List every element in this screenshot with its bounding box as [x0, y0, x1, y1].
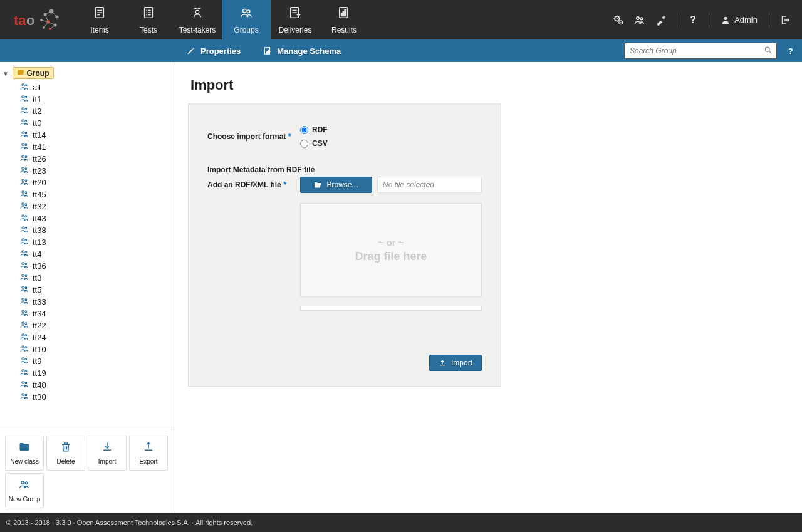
tree-item[interactable]: tt19	[20, 367, 172, 379]
group-icon	[19, 479, 30, 493]
tree-item[interactable]: tt38	[20, 224, 172, 236]
admin-user[interactable]: Admin	[716, 15, 763, 25]
tree-item[interactable]: tt10	[20, 343, 172, 355]
logout-icon[interactable]	[776, 11, 794, 29]
csv-radio-input[interactable]	[300, 140, 308, 148]
rdf-label: RDF	[312, 125, 328, 134]
collapse-icon[interactable]: ▼	[3, 70, 10, 77]
svg-point-45	[724, 16, 727, 19]
tests-icon	[142, 6, 155, 23]
tree-item[interactable]: tt45	[20, 189, 172, 201]
group-icon	[20, 296, 30, 307]
tree-item[interactable]: tt41	[20, 141, 172, 153]
tree-item[interactable]: tt36	[20, 260, 172, 272]
logo[interactable]: ta o	[0, 0, 75, 39]
context-help-icon[interactable]: ?	[788, 46, 793, 56]
tree-item[interactable]: tt4	[20, 248, 172, 260]
svg-point-60	[25, 144, 27, 146]
nav-test-takers[interactable]: Test-takers	[173, 0, 222, 39]
group-icon	[20, 368, 30, 378]
tree-item[interactable]: tt40	[20, 379, 172, 391]
tree-item[interactable]: tt14	[20, 129, 172, 141]
rdf-radio-input[interactable]	[300, 126, 308, 134]
main-nav: Items Tests Test-takers Groups Deliverie…	[75, 0, 368, 39]
tree-item-label: tt43	[33, 214, 46, 223]
search-icon[interactable]	[760, 46, 776, 56]
svg-point-90	[25, 323, 27, 325]
tree-item[interactable]: tt5	[20, 284, 172, 296]
svg-point-59	[22, 143, 24, 146]
svg-point-58	[25, 132, 27, 134]
group-icon	[20, 284, 30, 295]
nav-deliveries[interactable]: Deliveries	[271, 0, 320, 39]
tree-root-row[interactable]: ▼ Group	[3, 67, 172, 79]
svg-point-97	[22, 370, 24, 372]
export-icon	[143, 441, 154, 456]
tree-item[interactable]: tt2	[20, 105, 172, 117]
tree-item-label: tt34	[33, 309, 46, 318]
submit-import-button[interactable]: Import	[429, 355, 482, 371]
svg-point-100	[25, 382, 27, 384]
import-button[interactable]: Import	[88, 436, 127, 471]
nav-results-label: Results	[331, 26, 357, 34]
tree-item[interactable]: tt34	[20, 308, 172, 320]
manage-schema-button[interactable]: Manage Schema	[252, 39, 352, 62]
browse-button[interactable]: Browse...	[300, 177, 372, 193]
tree-item[interactable]: tt0	[20, 117, 172, 129]
nav-tests[interactable]: Tests	[124, 0, 173, 39]
svg-point-30	[247, 9, 250, 13]
footer-company-link[interactable]: Open Assessment Technologies S.A.	[77, 519, 190, 526]
tree-item[interactable]: all	[20, 81, 172, 93]
users-icon[interactable]	[630, 11, 649, 29]
nav-groups[interactable]: Groups	[222, 0, 271, 39]
nav-items[interactable]: Items	[75, 0, 124, 39]
tree-scroll[interactable]: ▼ Group alltt1tt2tt0tt14tt41tt26tt23tt20…	[0, 62, 175, 430]
svg-point-81	[22, 274, 24, 277]
drop-zone[interactable]: ~ or ~ Drag file here	[300, 203, 482, 297]
help-icon[interactable]: ?	[684, 11, 702, 29]
tree-item[interactable]: tt23	[20, 165, 172, 177]
tree-item-label: tt23	[33, 166, 46, 175]
delete-button[interactable]: Delete	[46, 436, 85, 471]
svg-point-69	[22, 203, 24, 206]
tree-item[interactable]: tt20	[20, 177, 172, 189]
settings-icon[interactable]	[609, 11, 628, 29]
tree-item[interactable]: tt26	[20, 153, 172, 165]
tree-item[interactable]: tt1	[20, 93, 172, 105]
deliveries-icon	[288, 6, 302, 23]
tools-icon[interactable]	[652, 11, 670, 29]
tree-item[interactable]: tt43	[20, 212, 172, 224]
svg-point-75	[22, 239, 24, 241]
tree-item[interactable]: tt30	[20, 391, 172, 403]
svg-line-15	[44, 22, 48, 28]
delete-label: Delete	[57, 458, 75, 465]
svg-rect-36	[341, 13, 342, 16]
tree-item[interactable]: tt33	[20, 296, 172, 308]
tree-item[interactable]: tt9	[20, 355, 172, 367]
tree-item-label: tt4	[33, 249, 41, 259]
group-icon	[20, 213, 30, 224]
svg-point-61	[22, 155, 24, 158]
search-input[interactable]	[625, 46, 760, 55]
new-group-button[interactable]: New Group	[5, 473, 44, 508]
rdf-radio[interactable]: RDF	[300, 125, 328, 134]
group-icon	[20, 201, 30, 212]
tree-item-label: tt1	[33, 95, 41, 104]
tree-item[interactable]: tt3	[20, 272, 172, 284]
new-class-button[interactable]: New class	[5, 436, 44, 471]
tao-logo-icon: ta o	[13, 6, 63, 34]
tree-item[interactable]: tt32	[20, 201, 172, 212]
tree-item[interactable]: tt24	[20, 331, 172, 343]
search-box[interactable]	[624, 43, 777, 59]
svg-point-80	[25, 263, 27, 265]
svg-line-12	[45, 14, 48, 22]
nav-results[interactable]: Results	[320, 0, 368, 39]
tree-item-label: tt13	[33, 237, 46, 247]
properties-button[interactable]: Properties	[175, 39, 252, 62]
export-button[interactable]: Export	[129, 436, 168, 471]
tree-item-label: tt2	[33, 107, 41, 116]
tree-item[interactable]: tt22	[20, 320, 172, 331]
tree-item[interactable]: tt13	[20, 236, 172, 248]
csv-radio[interactable]: CSV	[300, 139, 328, 148]
tree-root-folder[interactable]: Group	[13, 67, 54, 79]
